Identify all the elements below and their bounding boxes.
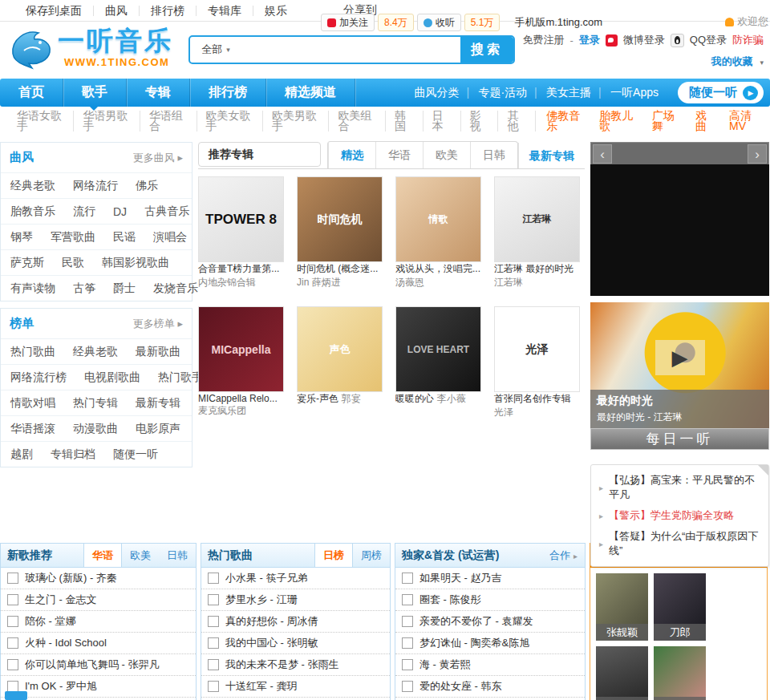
album-tab[interactable]: 精选 (328, 142, 375, 168)
chart-link[interactable]: 最新歌曲 (136, 345, 180, 359)
album-artist-link[interactable]: 郭宴 (342, 393, 361, 404)
genre-link[interactable]: 胎教音乐 (10, 204, 55, 219)
album-artist-link[interactable]: 汤薇恩 (395, 277, 424, 288)
artist-card[interactable]: 刀郎 (654, 573, 706, 641)
song-link[interactable]: 梦里水乡 - 江珊 (225, 593, 298, 607)
register-link[interactable]: 免费注册 (522, 33, 564, 47)
artist-card[interactable]: 张靓颖 (596, 573, 648, 641)
album-title-link[interactable]: 戏说从头，没唱完... (395, 263, 480, 274)
song-checkbox[interactable] (402, 594, 413, 605)
more-charts-link[interactable]: 更多榜单 ▸ (133, 317, 183, 331)
chart-link[interactable]: 经典老歌 (73, 345, 118, 359)
weibo-follow-button[interactable]: 加关注 (321, 14, 375, 31)
album-cover[interactable]: 时间危机 (297, 176, 383, 262)
song-link[interactable]: 火种 - Idol School (25, 636, 107, 650)
random-play-button[interactable]: 随便一听 ▶ (678, 82, 764, 103)
song-link[interactable]: 圈套 - 陈俊彤 (419, 593, 481, 607)
anti-fraud-link[interactable]: 防诈骗 (732, 33, 764, 47)
album-artist-link[interactable]: Jin 薛炳进 (297, 277, 341, 288)
new-songs-tab[interactable]: 日韩 (159, 544, 196, 567)
album-artist-link[interactable]: 江若琳 (494, 277, 523, 288)
chart-link[interactable]: 动漫歌曲 (73, 422, 118, 436)
latest-albums-link[interactable]: 最新专辑 (518, 143, 585, 168)
subnav-link[interactable]: 影视 (461, 111, 499, 132)
album-artist-link[interactable]: 麦克疯乐团 (198, 405, 246, 416)
chart-link[interactable]: 热门专辑 (73, 396, 118, 411)
genre-link[interactable]: 钢琴 (10, 230, 33, 245)
news-link[interactable]: 【弘扬】高宝来：平凡民警的不平凡 (609, 473, 762, 502)
subnav-link[interactable]: 华语男歌手 (74, 111, 140, 132)
genre-link[interactable]: 古筝 (73, 281, 95, 296)
floating-widget[interactable] (5, 691, 27, 700)
topbar-link[interactable]: 曲风 (94, 6, 140, 16)
login-link[interactable]: 登录 (579, 33, 600, 47)
song-link[interactable]: 真的好想你 - 周冰倩 (225, 614, 318, 629)
song-link[interactable]: 爱的处女座 - 韩东 (419, 679, 502, 694)
subnav-featured-link[interactable]: 佛教音乐 (539, 111, 592, 132)
album-cover[interactable]: 光泽 (494, 306, 580, 392)
song-checkbox[interactable] (208, 573, 219, 584)
album-cover[interactable]: MICappella (198, 306, 284, 392)
daily-listen-banner[interactable]: 每日一听 (590, 428, 769, 450)
genre-link[interactable]: DJ (113, 205, 127, 218)
subnav-link[interactable]: 其他 (498, 111, 536, 132)
album-tab[interactable]: 华语 (375, 142, 423, 168)
chart-link[interactable]: 热门歌曲 (10, 345, 55, 359)
nav-right-link[interactable]: 曲风分类 (404, 86, 468, 100)
album-cover[interactable]: 声色 (297, 306, 383, 392)
song-link[interactable]: 我的未来不是梦 - 张雨生 (225, 658, 339, 672)
artist-card[interactable]: 尚雯婕 (596, 646, 648, 700)
song-link[interactable]: 你可以简单地飞舞吗 - 张羿凡 (25, 658, 160, 672)
song-checkbox[interactable] (402, 681, 413, 692)
album-title-link[interactable]: 宴乐-声色 (297, 393, 338, 404)
subnav-link[interactable]: 韩国 (386, 111, 424, 132)
mobile-site-link[interactable]: 手机版m.1ting.com (514, 15, 602, 30)
album-title-link[interactable]: 江若琳 最好的时光 (494, 263, 573, 274)
subnav-link[interactable]: 欧美男歌手 (263, 111, 329, 132)
song-checkbox[interactable] (208, 659, 219, 670)
song-checkbox[interactable] (7, 637, 18, 649)
genre-link[interactable]: 发烧音乐 (153, 281, 198, 296)
chart-link[interactable]: 热门歌手 (158, 370, 203, 385)
news-link[interactable]: 【警示】学生党防骗全攻略 (609, 508, 734, 523)
song-link[interactable]: 海 - 黄若熙 (419, 658, 471, 672)
chart-link[interactable]: 情歌对唱 (10, 396, 55, 411)
subnav-link[interactable]: 欧美女歌手 (197, 111, 263, 132)
topbar-link[interactable]: 娱乐 (253, 6, 298, 16)
hot-songs-tab[interactable]: 周榜 (353, 544, 390, 567)
subnav-featured-link[interactable]: 广场舞 (645, 111, 688, 132)
chart-link[interactable]: 电影原声 (136, 422, 180, 436)
nav-right-link[interactable]: 一听Apps (601, 86, 668, 100)
song-link[interactable]: I'm OK - 罗中旭 (25, 679, 97, 694)
genre-link[interactable]: 流行 (73, 204, 95, 219)
album-cover[interactable]: TPOWER 8 (198, 176, 284, 262)
album-title-link[interactable]: 时间危机 (概念迷... (297, 263, 378, 274)
subnav-featured-link[interactable]: 胎教儿歌 (592, 111, 645, 132)
carousel-next-button[interactable]: › (748, 144, 767, 164)
genre-link[interactable]: 网络流行 (73, 179, 118, 193)
genre-link[interactable]: 古典音乐 (144, 204, 189, 219)
hot-songs-tab[interactable]: 日榜 (314, 544, 353, 567)
album-tab[interactable]: 日韩 (470, 142, 517, 168)
subnav-featured-link[interactable]: 高清MV (722, 111, 770, 132)
genre-link[interactable]: 韩国影视歌曲 (102, 256, 169, 270)
album-cover[interactable]: LOVE HEART (395, 306, 481, 392)
song-link[interactable]: 生之门 - 金志文 (25, 593, 97, 607)
artist-card[interactable] (654, 646, 706, 700)
genre-link[interactable]: 演唱会 (153, 230, 187, 245)
search-category-dropdown[interactable]: 全部▾ (190, 37, 241, 63)
song-link[interactable]: 我的中国心 - 张明敏 (225, 636, 318, 650)
album-cover[interactable]: 江若琳 (494, 176, 580, 262)
song-checkbox[interactable] (7, 659, 18, 670)
song-link[interactable]: 小水果 - 筷子兄弟 (225, 571, 308, 585)
song-checkbox[interactable] (402, 637, 413, 649)
new-songs-tab[interactable]: 华语 (83, 544, 122, 567)
nav-right-link[interactable]: 美女主播 (537, 86, 601, 100)
genre-link[interactable]: 民谣 (113, 230, 136, 245)
subnav-featured-link[interactable]: 戏曲 (688, 111, 722, 132)
album-tab[interactable]: 欧美 (423, 142, 470, 168)
song-link[interactable]: 梦幻诛仙 - 陶奕希&陈旭 (419, 636, 529, 650)
nav-item[interactable]: 歌手 (63, 79, 127, 107)
cooperation-link[interactable]: 合作 ▸ (549, 548, 585, 563)
song-link[interactable]: 陪你 - 堂娜 (25, 614, 76, 629)
